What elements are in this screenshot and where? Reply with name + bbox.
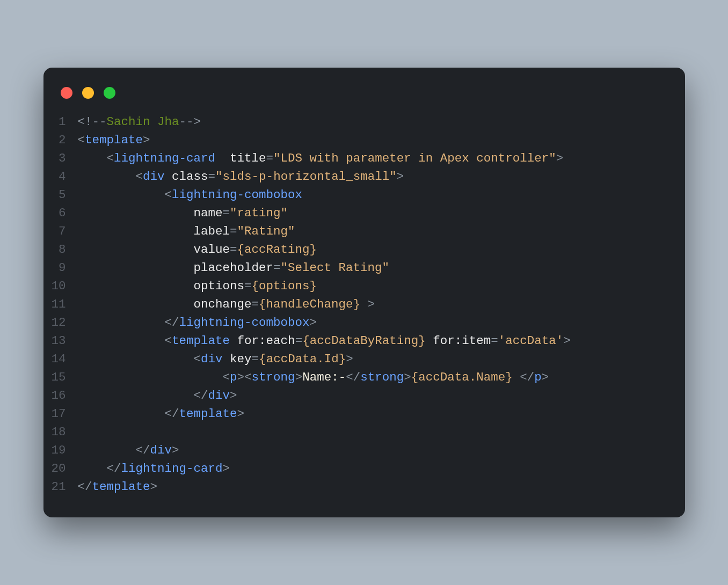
code-line[interactable]: placeholder="Select Rating" bbox=[78, 259, 670, 277]
line-number: 14 bbox=[43, 350, 66, 368]
code-line[interactable]: <div class="slds-p-horizontal_small"> bbox=[78, 167, 670, 186]
code-area[interactable]: <!--Sachin Jha--><template> <lightning-c… bbox=[78, 113, 685, 496]
code-line[interactable]: </div> bbox=[78, 441, 670, 459]
line-number: 1 bbox=[43, 113, 66, 131]
code-line[interactable]: </template> bbox=[78, 478, 670, 496]
code-line[interactable] bbox=[78, 423, 670, 441]
line-number: 19 bbox=[43, 441, 66, 459]
code-line[interactable]: onchange={handleChange} > bbox=[78, 295, 670, 313]
line-number: 7 bbox=[43, 222, 66, 240]
line-number: 5 bbox=[43, 186, 66, 204]
stage: 123456789101112131415161718192021 <!--Sa… bbox=[0, 0, 728, 585]
line-number: 10 bbox=[43, 277, 66, 295]
code-line[interactable]: <lightning-card title="LDS with paramete… bbox=[78, 149, 670, 167]
minimize-icon[interactable] bbox=[82, 87, 94, 99]
code-line[interactable]: options={options} bbox=[78, 277, 670, 295]
code-line[interactable]: </template> bbox=[78, 405, 670, 423]
code-line[interactable]: name="rating" bbox=[78, 204, 670, 222]
code-line[interactable]: </lightning-combobox> bbox=[78, 313, 670, 332]
line-number: 3 bbox=[43, 149, 66, 167]
line-number: 12 bbox=[43, 313, 66, 332]
line-number: 4 bbox=[43, 167, 66, 186]
code-line[interactable]: value={accRating} bbox=[78, 240, 670, 259]
line-number: 2 bbox=[43, 131, 66, 149]
close-icon[interactable] bbox=[61, 87, 72, 99]
code-editor[interactable]: 123456789101112131415161718192021 <!--Sa… bbox=[43, 113, 685, 496]
code-line[interactable]: <!--Sachin Jha--> bbox=[78, 113, 670, 131]
line-number: 15 bbox=[43, 368, 66, 386]
code-window: 123456789101112131415161718192021 <!--Sa… bbox=[43, 68, 685, 517]
line-number-gutter: 123456789101112131415161718192021 bbox=[43, 113, 78, 496]
line-number: 17 bbox=[43, 405, 66, 423]
titlebar bbox=[43, 83, 685, 113]
code-line[interactable]: <lightning-combobox bbox=[78, 186, 670, 204]
line-number: 6 bbox=[43, 204, 66, 222]
code-line[interactable]: <div key={accData.Id}> bbox=[78, 350, 670, 368]
zoom-icon[interactable] bbox=[104, 87, 115, 99]
line-number: 8 bbox=[43, 240, 66, 259]
line-number: 20 bbox=[43, 459, 66, 478]
code-line[interactable]: </div> bbox=[78, 386, 670, 405]
line-number: 21 bbox=[43, 478, 66, 496]
code-line[interactable]: </lightning-card> bbox=[78, 459, 670, 478]
line-number: 18 bbox=[43, 423, 66, 441]
line-number: 9 bbox=[43, 259, 66, 277]
code-line[interactable]: label="Rating" bbox=[78, 222, 670, 240]
code-line[interactable]: <p><strong>Name:-</strong>{accData.Name}… bbox=[78, 368, 670, 386]
line-number: 13 bbox=[43, 332, 66, 350]
line-number: 16 bbox=[43, 386, 66, 405]
code-line[interactable]: <template for:each={accDataByRating} for… bbox=[78, 332, 670, 350]
line-number: 11 bbox=[43, 295, 66, 313]
code-line[interactable]: <template> bbox=[78, 131, 670, 149]
